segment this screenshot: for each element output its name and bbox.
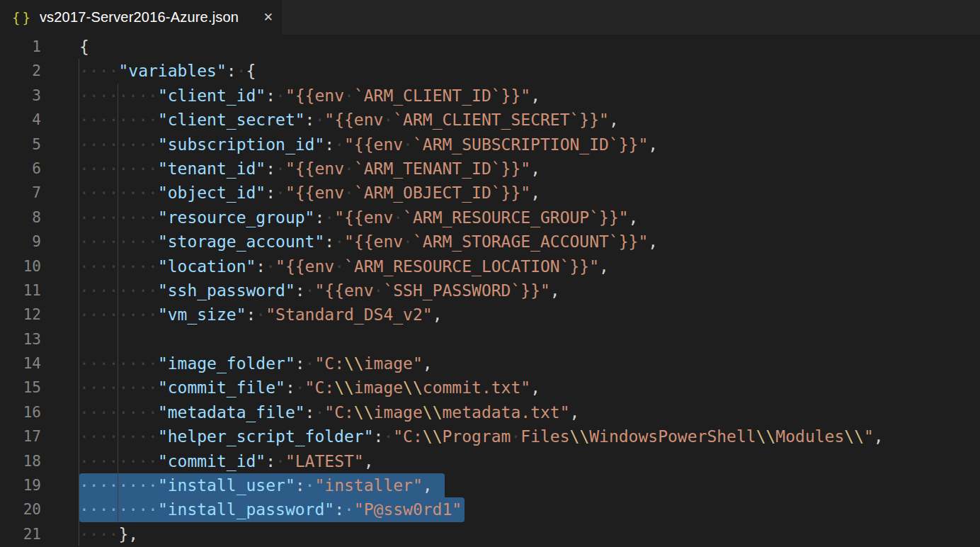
code-token: WindowsPowerShell <box>589 427 756 446</box>
whitespace-dot: · <box>109 159 119 178</box>
line-number[interactable]: 13 <box>0 327 41 351</box>
code-line[interactable]: 19········"install_user":·"installer", <box>0 473 980 497</box>
close-tab-icon[interactable]: ✕ <box>263 11 273 23</box>
code-token: · <box>383 427 393 446</box>
whitespace-dot: · <box>118 159 128 178</box>
code-line[interactable]: 8········"resource_group":·"{{env·`ARM_R… <box>0 205 980 230</box>
line-number[interactable]: 7 <box>0 181 41 205</box>
code-text: ········"ssh_password":·"{{env·`SSH_PASS… <box>79 278 560 303</box>
whitespace-dot: · <box>148 403 158 422</box>
whitespace-dot: · <box>128 354 138 373</box>
code-token: , <box>364 452 374 470</box>
line-number[interactable]: 4 <box>0 108 41 132</box>
whitespace-dot: · <box>79 208 89 227</box>
code-line[interactable]: 2····"variables":·{ <box>0 59 980 83</box>
code-token: " <box>864 427 874 446</box>
whitespace-dot: · <box>138 257 148 276</box>
code-line[interactable]: 4········"client_secret":·"{{env·`ARM_CL… <box>0 108 980 132</box>
code-line[interactable]: 13 <box>0 327 980 351</box>
code-line[interactable]: 16········"metadata_file":·"C:\\image\\m… <box>0 400 980 424</box>
whitespace-dot: · <box>99 476 109 495</box>
code-token: "location" <box>158 257 256 276</box>
json-file-icon: {} <box>12 10 33 26</box>
whitespace-dot: · <box>138 476 148 495</box>
code-token: ········ <box>79 500 158 519</box>
line-number[interactable]: 1 <box>0 35 41 59</box>
whitespace-dot: · <box>314 403 324 422</box>
whitespace-dot: · <box>109 500 119 519</box>
line-number[interactable]: 5 <box>0 132 41 157</box>
whitespace-dot: · <box>403 232 413 251</box>
whitespace-dot: · <box>305 354 315 373</box>
code-line[interactable]: 14········"image_folder":·"C:\\image", <box>0 351 980 376</box>
code-text: ····}, <box>79 522 138 546</box>
code-token: { <box>79 38 89 56</box>
line-number[interactable]: 17 <box>0 424 41 449</box>
line-number[interactable]: 6 <box>0 157 41 181</box>
code-token: : <box>295 281 305 300</box>
code-text: ········"metadata_file":·"C:\\image\\met… <box>79 400 579 424</box>
code-line[interactable]: 1{ <box>0 35 980 59</box>
line-number[interactable]: 21 <box>0 522 41 546</box>
line-number[interactable]: 18 <box>0 449 41 473</box>
code-line[interactable]: 18········"commit_id":·"LATEST", <box>0 449 980 473</box>
tab-vs2017-server2016-azure-json[interactable]: {} vs2017-Server2016-Azure.json ✕ <box>0 0 282 35</box>
whitespace-dot: · <box>118 476 128 495</box>
whitespace-dot: · <box>138 403 148 422</box>
whitespace-dot: · <box>344 184 354 202</box>
code-text: ····"variables":·{ <box>79 59 256 83</box>
whitespace-dot: · <box>138 427 148 446</box>
whitespace-dot: · <box>99 86 109 105</box>
whitespace-dot: · <box>109 476 119 495</box>
line-number[interactable]: 11 <box>0 278 41 303</box>
whitespace-dot: · <box>138 184 148 202</box>
whitespace-dot: · <box>148 184 158 202</box>
code-line[interactable]: 10········"location":·"{{env·`ARM_RESOUR… <box>0 254 980 278</box>
line-number[interactable]: 9 <box>0 230 41 254</box>
whitespace-dot: · <box>148 135 158 154</box>
whitespace-dot: · <box>138 500 148 519</box>
whitespace-dot: · <box>334 135 344 154</box>
code-line[interactable]: 3········"client_id":·"{{env·`ARM_CLIENT… <box>0 84 980 108</box>
whitespace-dot: · <box>118 378 128 397</box>
whitespace-dot: · <box>138 452 148 470</box>
line-number[interactable]: 2 <box>0 59 41 83</box>
code-line[interactable]: 12········"vm_size":·"Standard_DS4_v2", <box>0 303 980 327</box>
line-number[interactable]: 8 <box>0 205 41 230</box>
whitespace-dot: · <box>99 184 109 202</box>
code-line[interactable]: 15········"commit_file":·"C:\\image\\com… <box>0 376 980 400</box>
whitespace-dot: · <box>393 208 403 227</box>
code-token: : <box>314 208 324 227</box>
code-token: , <box>609 111 619 129</box>
code-line[interactable]: 21····}, <box>0 522 980 546</box>
editor[interactable]: 1{2····"variables":·{3········"client_id… <box>0 35 980 546</box>
code-token: · <box>275 184 285 202</box>
code-line[interactable]: 9········"storage_account":·"{{env·`ARM_… <box>0 230 980 254</box>
line-number[interactable]: 12 <box>0 303 41 327</box>
whitespace-dot: · <box>89 111 99 129</box>
code-line[interactable]: 17········"helper_script_folder":·"C:\\P… <box>0 424 980 449</box>
code-line[interactable]: 20········"install_password":·"P@ssw0rd1… <box>0 497 980 521</box>
whitespace-dot: · <box>118 305 128 324</box>
line-number[interactable]: 14 <box>0 351 41 376</box>
line-number[interactable]: 16 <box>0 400 41 424</box>
whitespace-dot: · <box>109 257 119 276</box>
whitespace-dot: · <box>79 452 89 470</box>
line-number[interactable]: 19 <box>0 473 41 497</box>
line-number[interactable]: 10 <box>0 254 41 278</box>
whitespace-dot: · <box>99 159 109 178</box>
line-number[interactable]: 3 <box>0 84 41 108</box>
code-line[interactable]: 7········"object_id":·"{{env·`ARM_OBJECT… <box>0 181 980 205</box>
code-line[interactable]: 11········"ssh_password":·"{{env·`SSH_PA… <box>0 278 980 303</box>
code-token: ···· <box>79 62 118 80</box>
code-token: ········ <box>79 208 158 227</box>
code-line[interactable]: 6········"tenant_id":·"{{env·`ARM_TENANT… <box>0 157 980 181</box>
whitespace-dot: · <box>118 208 128 227</box>
whitespace-dot: · <box>89 257 99 276</box>
code-line[interactable]: 5········"subscription_id":·"{{env·`ARM_… <box>0 132 980 157</box>
code-token: "commit_id" <box>158 452 266 470</box>
whitespace-dot: · <box>314 111 324 129</box>
line-number[interactable]: 15 <box>0 376 41 400</box>
whitespace-dot: · <box>99 378 109 397</box>
line-number[interactable]: 20 <box>0 497 41 521</box>
